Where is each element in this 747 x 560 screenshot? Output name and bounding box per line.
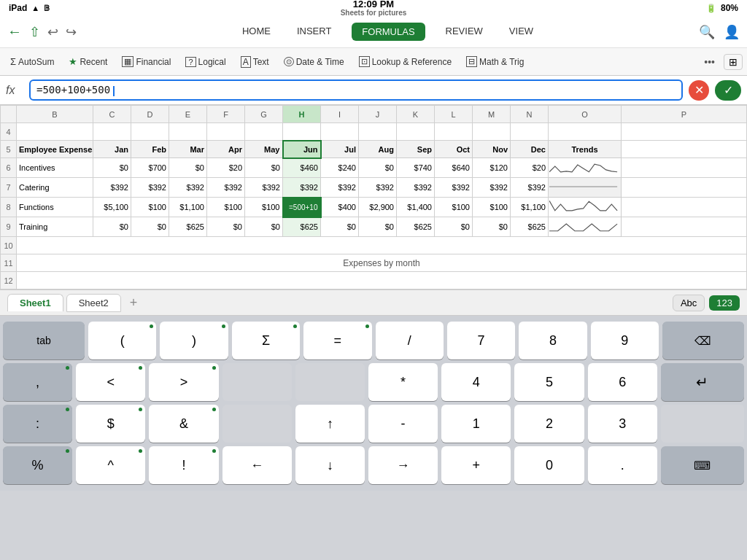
recent-button[interactable]: ★ Recent [63, 53, 113, 70]
cell-o6[interactable] [549, 158, 622, 178]
cell-n7[interactable]: $392 [511, 178, 549, 198]
cell-l6[interactable]: $640 [435, 158, 473, 178]
tab-home[interactable]: HOME [236, 23, 276, 41]
cell-m5[interactable]: Nov [473, 141, 511, 158]
cell-p5[interactable] [622, 141, 747, 158]
cell-b12[interactable] [17, 272, 747, 289]
cell-e5[interactable]: Mar [169, 141, 207, 158]
cell-p6[interactable] [622, 158, 747, 178]
key-equals[interactable]: = [303, 322, 371, 359]
cell-c9[interactable]: $0 [93, 217, 131, 237]
key-0[interactable]: 0 [514, 446, 584, 484]
search-button[interactable]: 🔍 [699, 24, 715, 40]
key-caret[interactable]: ^ [76, 446, 145, 484]
cell-c6[interactable]: $0 [93, 158, 131, 178]
cell-m7[interactable]: $392 [473, 178, 511, 198]
cell-p4[interactable] [622, 123, 747, 141]
cell-o8[interactable] [549, 198, 622, 217]
col-h-header[interactable]: H [283, 106, 321, 123]
key-comma[interactable]: , [3, 363, 72, 401]
cell-o7[interactable] [549, 178, 622, 198]
cell-d7[interactable]: $392 [131, 178, 169, 198]
cell-c7[interactable]: $392 [93, 178, 131, 198]
cell-b9[interactable]: Training [17, 217, 93, 237]
cancel-button[interactable]: ✕ [689, 80, 709, 101]
cell-h6[interactable]: $460 [283, 158, 321, 178]
key-slash[interactable]: / [376, 322, 444, 359]
cell-n4[interactable] [511, 123, 549, 141]
sheet-tab-sheet2[interactable]: Sheet2 [66, 294, 121, 312]
key-period[interactable]: . [588, 446, 657, 484]
cell-e8[interactable]: $1,100 [169, 198, 207, 217]
tab-review[interactable]: REVIEW [440, 23, 489, 41]
cell-h5[interactable]: Jun [283, 141, 321, 158]
key-asterisk[interactable]: * [368, 363, 438, 401]
key-left-arrow[interactable]: ← [222, 446, 292, 484]
cell-d4[interactable] [131, 123, 169, 141]
cell-h4[interactable] [283, 123, 321, 141]
num-button[interactable]: 123 [709, 295, 740, 311]
key-1[interactable]: 1 [441, 405, 511, 443]
user-button[interactable]: 👤 [724, 24, 740, 40]
cell-j9[interactable]: $0 [359, 217, 397, 237]
cell-f7[interactable]: $392 [207, 178, 245, 198]
key-2[interactable]: 2 [514, 405, 584, 443]
cell-o9[interactable] [549, 217, 622, 237]
key-colon[interactable]: : [3, 405, 72, 443]
cell-n9[interactable]: $625 [511, 217, 549, 237]
cell-h7[interactable]: $392 [283, 178, 321, 198]
cell-f9[interactable]: $0 [207, 217, 245, 237]
key-close-paren[interactable]: ) [160, 322, 228, 359]
key-delete[interactable]: ⌫ [662, 322, 744, 359]
cell-o5[interactable]: Trends [549, 141, 622, 158]
cell-f8[interactable]: $100 [207, 198, 245, 217]
cell-c4[interactable] [93, 123, 131, 141]
cell-h9[interactable]: $625 [283, 217, 321, 237]
more-button[interactable]: ••• [698, 53, 721, 71]
cell-m9[interactable]: $0 [473, 217, 511, 237]
cell-e4[interactable] [169, 123, 207, 141]
cell-b10[interactable] [17, 237, 747, 254]
key-return[interactable]: ↵ [661, 363, 744, 401]
cell-g4[interactable] [245, 123, 283, 141]
cell-j5[interactable]: Aug [359, 141, 397, 158]
cell-i6[interactable]: $240 [321, 158, 359, 178]
key-3[interactable]: 3 [588, 405, 657, 443]
key-dollar[interactable]: $ [76, 405, 145, 443]
add-sheet-button[interactable]: + [124, 295, 144, 311]
cell-e9[interactable]: $625 [169, 217, 207, 237]
cell-o4[interactable] [549, 123, 622, 141]
formula-input[interactable]: =500+100+500 [29, 79, 683, 100]
key-sigma[interactable]: Σ [232, 322, 300, 359]
cell-j6[interactable]: $0 [359, 158, 397, 178]
sync-button[interactable]: ⇧ [29, 24, 40, 40]
cell-m6[interactable]: $120 [473, 158, 511, 178]
cell-l7[interactable]: $392 [435, 178, 473, 198]
cell-g7[interactable]: $392 [245, 178, 283, 198]
cell-k6[interactable]: $740 [397, 158, 435, 178]
key-tab[interactable]: tab [3, 322, 85, 359]
cell-n5[interactable]: Dec [511, 141, 549, 158]
key-empty3[interactable] [222, 405, 292, 443]
confirm-button[interactable]: ✓ [715, 80, 741, 101]
cell-g9[interactable]: $0 [245, 217, 283, 237]
mathtrig-button[interactable]: ⊟ Math & Trig [460, 53, 530, 70]
cell-d8[interactable]: $100 [131, 198, 169, 217]
cell-p9[interactable] [622, 217, 747, 237]
sheet-tab-sheet1[interactable]: Sheet1 [7, 294, 63, 311]
cell-b7[interactable]: Catering [17, 178, 93, 198]
abc-button[interactable]: Abc [673, 295, 705, 311]
cell-p7[interactable] [622, 178, 747, 198]
key-7[interactable]: 7 [447, 322, 515, 359]
cell-f4[interactable] [207, 123, 245, 141]
key-up-arrow[interactable]: ↑ [295, 405, 365, 443]
cell-n6[interactable]: $20 [511, 158, 549, 178]
key-9[interactable]: 9 [591, 322, 659, 359]
cell-h8[interactable]: =500+10 [283, 198, 321, 217]
key-plus[interactable]: + [441, 446, 511, 484]
cell-m8[interactable]: $100 [473, 198, 511, 217]
cell-k8[interactable]: $1,400 [397, 198, 435, 217]
key-greater[interactable]: > [149, 363, 218, 401]
tab-formulas[interactable]: FORMULAS [352, 23, 425, 41]
calculator-button[interactable]: ⊞ [724, 54, 743, 70]
